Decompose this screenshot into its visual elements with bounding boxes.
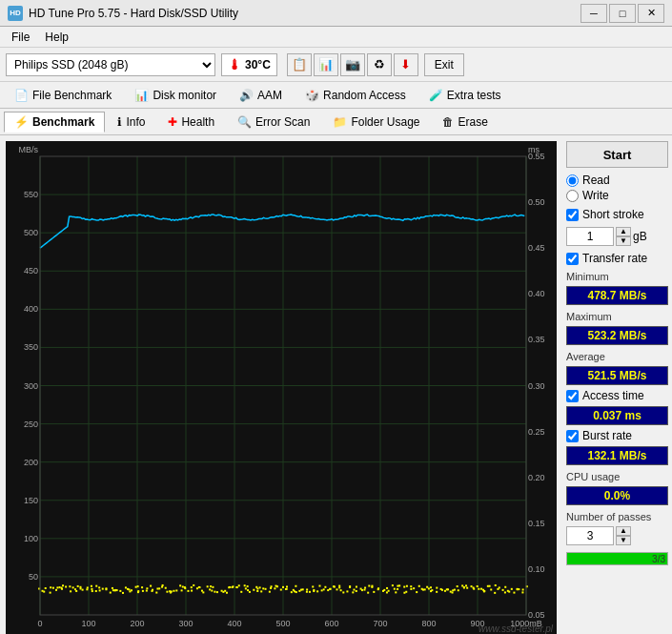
burst-rate-label: Burst rate	[582, 429, 632, 442]
toolbar: Philips SSD (2048 gB) 🌡 30°C 📋 📊 📷 ♻ ⬇ E…	[0, 48, 672, 82]
drive-selector[interactable]: Philips SSD (2048 gB)	[6, 53, 215, 76]
passes-row: ▲ ▼	[566, 526, 668, 545]
maximum-value: 523.2 MB/s	[566, 326, 668, 345]
short-stroke-down-button[interactable]: ▼	[616, 236, 631, 246]
short-stroke-unit: gB	[633, 230, 647, 243]
close-button[interactable]: ✕	[638, 4, 664, 23]
tab-file-benchmark[interactable]: 📄 File Benchmark	[4, 85, 122, 106]
read-write-group: Read Write	[566, 172, 668, 204]
transfer-rate-checkbox[interactable]	[566, 253, 579, 265]
transfer-rate-checkbox-label[interactable]: Transfer rate	[566, 252, 668, 265]
progress-text: 3/3	[652, 553, 665, 566]
toolbar-buttons: 📋 📊 📷 ♻ ⬇	[287, 53, 418, 76]
average-label: Average	[566, 351, 668, 362]
aam-icon: 🔊	[239, 89, 254, 102]
burst-rate-value: 132.1 MB/s	[566, 446, 668, 465]
tab-benchmark[interactable]: ⚡ Benchmark	[4, 112, 105, 133]
menu-file[interactable]: File	[4, 29, 37, 46]
tab-erase[interactable]: 🗑 Erase	[432, 112, 498, 133]
tab-error-scan[interactable]: 🔍 Error Scan	[227, 112, 320, 133]
random-access-icon: 🎲	[305, 89, 319, 102]
access-time-value: 0.037 ms	[566, 406, 668, 425]
window-title: HD Tune Pro 5.75 - Hard Disk/SSD Utility	[29, 7, 238, 20]
passes-down-button[interactable]: ▼	[616, 536, 631, 545]
tab-random-access[interactable]: 🎲 Random Access	[295, 85, 417, 106]
recycle-icon-btn[interactable]: ♻	[367, 53, 392, 76]
maximum-label: Maximum	[566, 311, 668, 322]
folder-usage-icon: 📁	[333, 115, 347, 129]
stats-icon-btn[interactable]: 📊	[314, 53, 338, 76]
short-stroke-checkbox-label[interactable]: Short stroke	[566, 208, 668, 221]
disk-monitor-icon: 📊	[134, 89, 149, 102]
passes-input[interactable]	[566, 526, 614, 545]
temperature-badge: 🌡 30°C	[221, 53, 277, 76]
passes-spin-buttons: ▲ ▼	[616, 526, 631, 545]
file-benchmark-icon: 📄	[14, 89, 29, 102]
tab-info[interactable]: ℹ Info	[107, 112, 155, 133]
read-radio-label[interactable]: Read	[566, 174, 668, 187]
erase-icon: 🗑	[442, 115, 454, 129]
thermometer-icon: 🌡	[228, 57, 241, 72]
short-stroke-checkbox[interactable]	[566, 209, 579, 221]
start-button[interactable]: Start	[566, 141, 668, 168]
health-icon: ✚	[168, 115, 177, 129]
minimum-value: 478.7 MB/s	[566, 286, 668, 305]
read-radio[interactable]	[566, 174, 579, 187]
tab-extra-tests[interactable]: 🧪 Extra tests	[418, 85, 512, 106]
download-icon-btn[interactable]: ⬇	[394, 53, 418, 76]
tab-health[interactable]: ✚ Health	[157, 112, 225, 133]
tab-folder-usage[interactable]: 📁 Folder Usage	[322, 112, 430, 133]
extra-tests-icon: 🧪	[429, 89, 443, 102]
access-time-checkbox-label[interactable]: Access time	[566, 389, 668, 402]
temperature-value: 30°C	[245, 58, 271, 72]
progress-bar-container: 3/3	[566, 552, 668, 565]
short-stroke-up-button[interactable]: ▲	[616, 227, 631, 236]
exit-button[interactable]: Exit	[424, 53, 464, 76]
write-label: Write	[582, 189, 609, 202]
camera-icon-btn[interactable]: 📷	[340, 53, 365, 76]
chart-container: www.ssd-tester.pl	[6, 141, 557, 634]
menu-bar: File Help	[0, 27, 672, 48]
write-radio-label[interactable]: Write	[566, 189, 668, 202]
short-stroke-input[interactable]	[566, 227, 614, 246]
passes-up-button[interactable]: ▲	[616, 526, 631, 536]
benchmark-chart	[6, 141, 557, 634]
watermark: www.ssd-tester.pl	[479, 624, 553, 634]
transfer-rate-label: Transfer rate	[582, 252, 647, 265]
cpu-usage-label: CPU usage	[566, 471, 668, 482]
app-icon: HD	[8, 6, 23, 21]
short-stroke-spin-buttons: ▲ ▼	[616, 227, 631, 246]
right-panel: Start Read Write Short stroke ▲ ▼ gB	[562, 135, 672, 634]
minimum-label: Minimum	[566, 271, 668, 282]
title-bar: HD HD Tune Pro 5.75 - Hard Disk/SSD Util…	[0, 0, 672, 27]
main-area: www.ssd-tester.pl Start Read Write Short…	[0, 135, 672, 634]
minimize-button[interactable]: ─	[580, 4, 607, 23]
average-value: 521.5 MB/s	[566, 366, 668, 385]
error-scan-icon: 🔍	[237, 115, 252, 129]
access-time-checkbox[interactable]	[566, 390, 579, 402]
tabs-row1: 📄 File Benchmark 📊 Disk monitor 🔊 AAM 🎲 …	[0, 82, 672, 109]
burst-rate-checkbox[interactable]	[566, 430, 579, 442]
access-time-label: Access time	[582, 389, 644, 402]
benchmark-icon: ⚡	[14, 115, 29, 129]
write-radio[interactable]	[566, 190, 579, 202]
short-stroke-label: Short stroke	[582, 208, 644, 221]
menu-help[interactable]: Help	[37, 29, 76, 46]
tabs-row2: ⚡ Benchmark ℹ Info ✚ Health 🔍 Error Scan…	[0, 109, 672, 135]
window-controls: ─ □ ✕	[580, 4, 664, 23]
tab-aam[interactable]: 🔊 AAM	[229, 85, 293, 106]
burst-rate-checkbox-label[interactable]: Burst rate	[566, 429, 668, 442]
passes-label: Number of passes	[566, 511, 668, 522]
info-icon: ℹ	[117, 115, 122, 129]
short-stroke-spinbox: ▲ ▼ gB	[566, 227, 668, 246]
tab-disk-monitor[interactable]: 📊 Disk monitor	[124, 85, 227, 106]
cpu-usage-value: 0.0%	[566, 486, 668, 505]
maximize-button[interactable]: □	[609, 4, 636, 23]
read-label: Read	[582, 174, 610, 187]
info-icon-btn[interactable]: 📋	[287, 53, 312, 76]
